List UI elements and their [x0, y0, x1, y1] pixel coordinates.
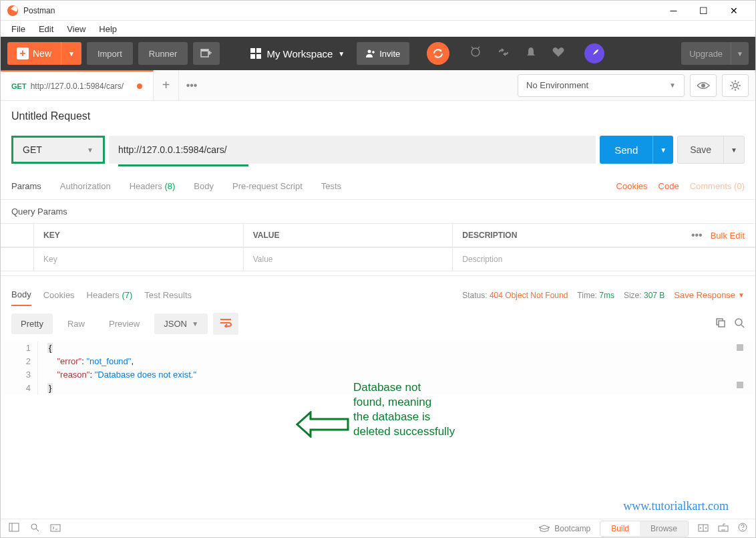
- svg-rect-12: [719, 321, 725, 327]
- send-button[interactable]: Send ▼: [600, 136, 673, 164]
- save-dropdown-caret[interactable]: ▼: [723, 136, 744, 163]
- resp-tab-cookies[interactable]: Cookies: [43, 285, 75, 305]
- environment-quicklook-button[interactable]: [690, 74, 717, 97]
- settings-icon[interactable]: [492, 46, 515, 61]
- params-options-button[interactable]: •••: [691, 229, 703, 241]
- upgrade-button[interactable]: Upgrade ▼: [681, 42, 749, 65]
- notifications-icon[interactable]: [520, 46, 542, 61]
- new-dropdown-caret[interactable]: ▼: [61, 42, 81, 65]
- annotation-arrow-icon: [296, 411, 349, 438]
- menu-help[interactable]: Help: [93, 23, 122, 35]
- svg-point-7: [471, 48, 480, 56]
- params-header-value: VALUE: [244, 224, 453, 247]
- annotation-text: Database not found, meaning the database…: [353, 380, 455, 439]
- svg-point-13: [735, 319, 742, 325]
- search-button[interactable]: [734, 317, 745, 331]
- query-params-heading: Query Params: [1, 200, 755, 223]
- grid-icon: [250, 48, 261, 59]
- link-code[interactable]: Code: [658, 181, 679, 191]
- menu-view[interactable]: View: [61, 23, 91, 35]
- resp-tab-tests[interactable]: Test Results: [144, 285, 192, 305]
- save-button[interactable]: Save ▼: [677, 136, 745, 164]
- maximize-button[interactable]: ☐: [689, 1, 719, 21]
- watermark: www.tutorialkart.com: [623, 499, 729, 513]
- console-button[interactable]: [50, 523, 61, 534]
- params-description-input[interactable]: Description: [453, 248, 662, 271]
- save-response-button[interactable]: Save Response ▼: [674, 290, 745, 300]
- link-cookies[interactable]: Cookies: [616, 181, 648, 191]
- request-title: Untitled Request: [1, 101, 755, 129]
- browse-pill[interactable]: Browse: [640, 521, 688, 536]
- runner-button[interactable]: Runner: [138, 42, 188, 65]
- svg-point-4: [368, 50, 371, 53]
- line-gutter: 1 2 3 4: [11, 342, 38, 395]
- new-button[interactable]: +New ▼: [7, 42, 81, 65]
- build-pill[interactable]: Build: [600, 521, 640, 536]
- help-button[interactable]: [738, 523, 747, 534]
- copy-button[interactable]: [715, 317, 726, 331]
- tab-options-button[interactable]: •••: [179, 70, 204, 100]
- window-plus-icon: [200, 47, 212, 59]
- build-browse-toggle[interactable]: Build Browse: [600, 521, 689, 537]
- params-value-input[interactable]: Value: [244, 248, 453, 271]
- menu-edit[interactable]: Edit: [33, 23, 59, 35]
- response-time: 7ms: [599, 291, 614, 300]
- capture-icon[interactable]: [464, 46, 487, 61]
- wrap-icon: [220, 318, 232, 327]
- eye-icon: [697, 81, 710, 90]
- tab-body[interactable]: Body: [194, 174, 214, 198]
- find-button[interactable]: [30, 523, 39, 534]
- response-status: 404 Object Not Found: [490, 291, 568, 300]
- rocket-icon: [589, 48, 600, 59]
- svg-point-17: [31, 524, 37, 529]
- tab-headers[interactable]: Headers (8): [130, 174, 176, 198]
- link-comments[interactable]: Comments (0): [690, 181, 745, 191]
- bootcamp-link[interactable]: Bootcamp: [538, 524, 590, 533]
- url-input[interactable]: [109, 136, 596, 164]
- menu-file[interactable]: File: [6, 23, 31, 35]
- tab-authorization[interactable]: Authorization: [60, 174, 111, 198]
- profile-button[interactable]: [584, 43, 604, 63]
- params-key-input[interactable]: Key: [34, 248, 244, 271]
- resp-tab-headers[interactable]: Headers (7): [87, 285, 133, 305]
- new-window-button[interactable]: [193, 42, 220, 65]
- copy-icon: [715, 317, 726, 328]
- app-title: Postman: [23, 6, 55, 15]
- tab-tests[interactable]: Tests: [321, 174, 341, 198]
- params-header-description: DESCRIPTION: [453, 224, 662, 247]
- search-icon: [734, 317, 745, 328]
- view-raw-button[interactable]: Raw: [58, 313, 94, 334]
- http-method-selector[interactable]: GET▼: [11, 136, 105, 164]
- view-preview-button[interactable]: Preview: [100, 313, 149, 334]
- tab-prerequest[interactable]: Pre-request Script: [232, 174, 303, 198]
- environment-selector[interactable]: No Environment▼: [518, 74, 685, 97]
- format-selector[interactable]: JSON ▼: [154, 313, 208, 334]
- svg-line-14: [741, 325, 744, 327]
- params-header-key: KEY: [34, 224, 244, 247]
- svg-point-30: [742, 529, 743, 531]
- add-tab-button[interactable]: +: [154, 70, 179, 100]
- invite-button[interactable]: Invite: [357, 42, 409, 65]
- sync-icon: [432, 47, 444, 59]
- workspace-selector[interactable]: My Workspace ▼: [244, 48, 351, 59]
- resp-tab-body[interactable]: Body: [11, 284, 31, 306]
- send-dropdown-caret[interactable]: ▼: [652, 136, 673, 164]
- view-pretty-button[interactable]: Pretty: [11, 313, 53, 334]
- close-button[interactable]: ✕: [719, 1, 749, 21]
- svg-point-22: [700, 527, 701, 529]
- heart-icon[interactable]: [547, 47, 570, 61]
- request-tab[interactable]: GET http://127.0.0.1:5984/cars/: [1, 70, 154, 100]
- sidebar-toggle-button[interactable]: [9, 523, 19, 534]
- wrap-button[interactable]: [213, 313, 238, 335]
- keyboard-shortcuts-button[interactable]: [718, 523, 729, 534]
- tab-params[interactable]: Params: [11, 174, 41, 198]
- postman-logo-icon: [7, 5, 18, 16]
- svg-line-18: [36, 529, 39, 531]
- environment-settings-button[interactable]: [722, 74, 749, 97]
- sync-button[interactable]: [427, 42, 449, 65]
- minimize-button[interactable]: ─: [658, 1, 689, 21]
- import-button[interactable]: Import: [87, 42, 133, 65]
- two-pane-button[interactable]: [698, 523, 709, 534]
- bulk-edit-link[interactable]: Bulk Edit: [711, 231, 745, 241]
- scroll-indicator-top: [737, 344, 743, 351]
